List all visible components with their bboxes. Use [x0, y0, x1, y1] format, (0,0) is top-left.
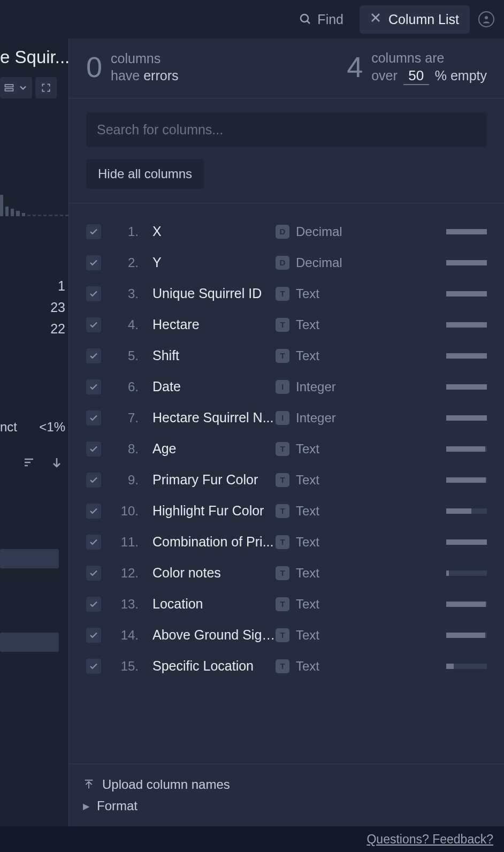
hide-all-columns-button[interactable]: Hide all columns: [86, 159, 204, 189]
column-visibility-checkbox[interactable]: [86, 224, 101, 239]
column-type-label: Integer: [296, 410, 355, 425]
empty-threshold-input[interactable]: [403, 67, 429, 85]
column-row[interactable]: 11. Combination of Pri... T Text: [86, 527, 487, 558]
column-type-label: Text: [296, 473, 355, 488]
fill-bar: [446, 633, 487, 638]
layout-icon: [4, 82, 14, 93]
column-visibility-checkbox[interactable]: [86, 659, 101, 674]
check-icon: [89, 630, 98, 640]
layout-dropdown-button[interactable]: [0, 77, 32, 98]
errors-count: 0: [86, 50, 102, 83]
left-sidebar-fragment: e Squir... 1 23 22: [0, 39, 68, 826]
column-number: 14.: [110, 628, 143, 643]
column-list-button[interactable]: Column List: [360, 5, 470, 34]
column-row[interactable]: 2. Y D Decimal: [86, 247, 487, 278]
fill-bar: [446, 353, 487, 359]
triangle-right-icon: ▶: [83, 801, 89, 811]
check-icon: [89, 475, 98, 485]
column-number: 9.: [110, 473, 143, 488]
fill-bar: [446, 322, 487, 328]
type-badge-icon: I: [276, 411, 289, 425]
column-type-label: Text: [296, 504, 355, 519]
type-badge-icon: D: [276, 225, 289, 239]
column-visibility-checkbox[interactable]: [86, 566, 101, 581]
column-name: Unique Squirrel ID: [152, 286, 276, 301]
column-type-label: Text: [296, 566, 355, 581]
svg-point-4: [485, 16, 488, 19]
feedback-link[interactable]: Questions? Feedback?: [366, 832, 493, 847]
column-type-label: Text: [296, 597, 355, 612]
column-row[interactable]: 13. Location T Text: [86, 589, 487, 620]
check-icon: [89, 320, 98, 330]
column-visibility-checkbox[interactable]: [86, 286, 101, 301]
column-name: Color notes: [152, 565, 276, 581]
column-row[interactable]: 1. X D Decimal: [86, 216, 487, 247]
column-number: 12.: [110, 566, 143, 581]
column-name: Specific Location: [152, 658, 276, 674]
column-visibility-checkbox[interactable]: [86, 348, 101, 363]
column-visibility-checkbox[interactable]: [86, 255, 101, 270]
column-type-label: Integer: [296, 379, 355, 394]
format-toggle[interactable]: ▶ Format: [83, 795, 490, 817]
column-row[interactable]: 5. Shift T Text: [86, 340, 487, 371]
column-visibility-checkbox[interactable]: [86, 442, 101, 457]
column-name: X: [152, 224, 276, 239]
column-name: Y: [152, 255, 276, 270]
find-label: Find: [317, 12, 343, 27]
check-icon: [89, 351, 98, 361]
arrow-down-icon[interactable]: [50, 456, 63, 469]
fill-bar: [446, 539, 487, 545]
column-type-label: Text: [296, 659, 355, 674]
column-row[interactable]: 4. Hectare T Text: [86, 309, 487, 340]
fullscreen-button[interactable]: [35, 77, 57, 98]
column-row[interactable]: 10. Highlight Fur Color T Text: [86, 496, 487, 527]
mini-histogram: [0, 195, 68, 216]
column-visibility-checkbox[interactable]: [86, 473, 101, 488]
check-icon: [89, 413, 98, 423]
column-number: 10.: [110, 504, 143, 519]
column-row[interactable]: 6. Date I Integer: [86, 371, 487, 402]
distinct-row-fragment: nct <1%: [0, 420, 68, 435]
upload-column-names-button[interactable]: Upload column names: [83, 774, 490, 795]
type-badge-icon: T: [276, 442, 289, 456]
check-icon: [89, 382, 98, 392]
column-name: Primary Fur Color: [152, 472, 276, 488]
type-badge-icon: T: [276, 318, 289, 332]
column-visibility-checkbox[interactable]: [86, 379, 101, 394]
column-row[interactable]: 7. Hectare Squirrel N... I Integer: [86, 402, 487, 433]
column-row[interactable]: 8. Age T Text: [86, 433, 487, 465]
type-badge-icon: T: [276, 349, 289, 363]
type-badge-icon: T: [276, 473, 289, 487]
column-visibility-checkbox[interactable]: [86, 317, 101, 332]
column-name: Age: [152, 441, 276, 457]
column-row[interactable]: 14. Above Ground Sigh... T Text: [86, 620, 487, 651]
column-visibility-checkbox[interactable]: [86, 535, 101, 550]
search-columns-input[interactable]: [86, 112, 487, 147]
column-number: 11.: [110, 535, 143, 550]
column-row[interactable]: 15. Specific Location T Text: [86, 651, 487, 682]
fill-bar: [446, 415, 487, 421]
column-visibility-checkbox[interactable]: [86, 504, 101, 519]
column-number: 2.: [110, 255, 143, 270]
column-visibility-checkbox[interactable]: [86, 628, 101, 643]
column-type-label: Decimal: [296, 224, 355, 239]
sort-icon[interactable]: [22, 456, 35, 469]
column-number: 3.: [110, 286, 143, 301]
columns-list[interactable]: 1. X D Decimal 2. Y D Decimal 3. Unique …: [69, 203, 504, 764]
find-button[interactable]: Find: [292, 7, 351, 32]
column-type-label: Text: [296, 286, 355, 301]
avatar[interactable]: [478, 11, 494, 27]
upload-icon: [83, 779, 95, 790]
data-block: [0, 633, 59, 652]
type-badge-icon: I: [276, 380, 289, 394]
left-numbers: 1 23 22: [0, 275, 68, 339]
column-row[interactable]: 9. Primary Fur Color T Text: [86, 465, 487, 496]
column-visibility-checkbox[interactable]: [86, 410, 101, 425]
column-row[interactable]: 12. Color notes T Text: [86, 558, 487, 589]
column-name: Shift: [152, 348, 276, 363]
svg-rect-6: [5, 89, 13, 91]
column-row[interactable]: 3. Unique Squirrel ID T Text: [86, 278, 487, 309]
errors-stat: 0 columns have errors: [86, 49, 179, 85]
dataset-title-fragment: e Squir...: [0, 39, 68, 67]
column-visibility-checkbox[interactable]: [86, 597, 101, 612]
